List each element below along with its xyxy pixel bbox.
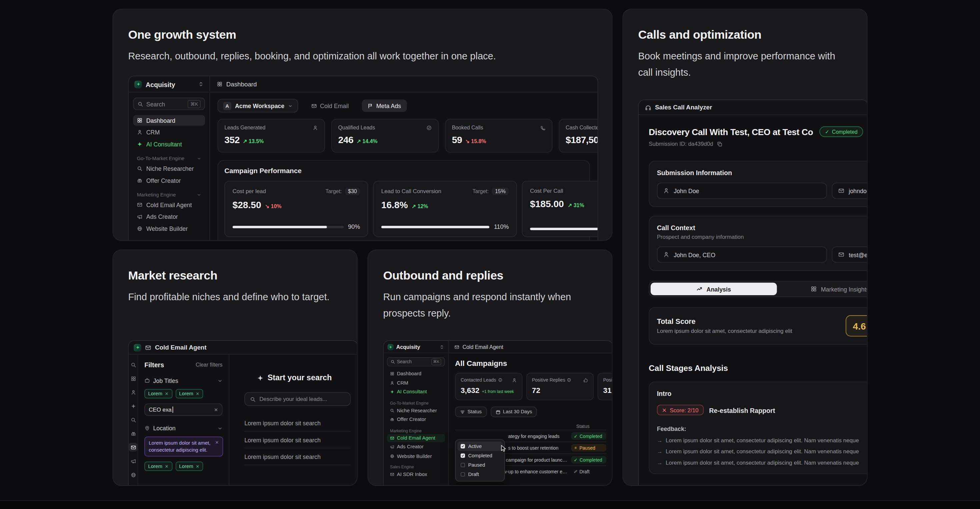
search-input[interactable]: Search ⌘K <box>387 357 445 367</box>
flag-icon <box>368 103 373 109</box>
location-tag[interactable]: Lorem ipsum dolor sit amet, consectetur … <box>144 437 223 457</box>
chevron-down-icon[interactable] <box>197 193 201 197</box>
research-main: Start your search Describe your ideal le… <box>229 354 357 486</box>
filter-tag[interactable]: Lorem✕ <box>144 389 172 398</box>
remove-tag-icon[interactable]: ✕ <box>215 440 219 454</box>
calls-card-title: Calls and optimization <box>638 28 852 42</box>
tab-analysis[interactable]: Analysis <box>651 283 777 295</box>
clear-input-icon[interactable]: ✕ <box>214 407 218 413</box>
remove-tag-icon[interactable]: ✕ <box>165 464 168 469</box>
sidebar-item-ads-creator[interactable]: Ads Creator <box>387 443 445 451</box>
stat-value: 352 <box>224 134 240 145</box>
sidebar-item-niche-researcher[interactable]: Niche Researcher <box>387 406 445 415</box>
location-filter[interactable]: Location <box>144 424 222 432</box>
clear-filters-button[interactable]: Clear filters <box>196 362 223 368</box>
sidebar-item-offer-creator[interactable]: Offer Creator <box>387 415 445 424</box>
chevrons-up-down-icon[interactable] <box>198 81 204 87</box>
intro-stage-card: Intro ✕ Score: 2/10 Re-establish Rapport… <box>649 381 867 474</box>
checkbox-checked[interactable] <box>461 444 465 448</box>
call-title: Discovery Call With Test, CEO at Test Co <box>649 127 813 137</box>
chevron-down-icon[interactable] <box>197 156 201 161</box>
users-icon[interactable] <box>129 388 137 397</box>
sidebar-item-ai-sdr-inbox[interactable]: AI SDR Inbox <box>387 470 445 479</box>
outbound-card: Outbound and replies Run campaigns and r… <box>368 249 612 486</box>
tab-marketing-insights[interactable]: Marketing Insights <box>777 283 868 295</box>
call-context-card: Call Context Prospect and company inform… <box>649 216 867 271</box>
sidebar: Search ⌘K Dashboard CRM AI Consultant Go… <box>129 93 210 241</box>
job-title-input[interactable]: CEO exa ✕ <box>144 403 222 416</box>
remove-tag-icon[interactable]: ✕ <box>196 391 199 396</box>
stat-booked-calls: Booked Calls 59↘ 15.8% <box>445 119 553 152</box>
sparkle-icon <box>257 374 264 381</box>
mail-icon <box>838 252 844 258</box>
dropdown-option-paused[interactable]: Paused <box>458 460 503 470</box>
job-titles-filter[interactable]: Job Titles <box>144 377 222 384</box>
sidebar-item-crm[interactable]: CRM <box>133 127 205 138</box>
tab-meta-ads[interactable]: Meta Ads <box>362 99 407 112</box>
icon-rail <box>129 354 138 486</box>
checkbox-unchecked[interactable] <box>461 463 465 467</box>
growth-card-subtitle: Research, outbound, replies, booking, an… <box>128 48 515 64</box>
mail-icon[interactable] <box>129 443 137 452</box>
sidebar-item-ai-consultant[interactable]: AI Consultant <box>387 388 445 396</box>
sidebar-item-dashboard[interactable]: Dashboard <box>387 370 445 378</box>
saved-search-row[interactable]: Lorem ipsum dolor sit search <box>244 432 351 448</box>
name-field[interactable]: John Doe, CEO <box>657 246 827 263</box>
dropdown-option-active[interactable]: Active <box>458 442 503 451</box>
grid-icon <box>137 118 143 123</box>
sidebar-item-ai-consultant[interactable]: AI Consultant <box>133 139 205 150</box>
stat-value: 59 <box>452 134 462 145</box>
calendar-icon <box>495 409 500 414</box>
filter-tag[interactable]: Lorem✕ <box>175 389 203 398</box>
sparkle-icon[interactable] <box>129 402 137 410</box>
dropdown-option-draft[interactable]: Draft <box>458 470 503 479</box>
filter-tag[interactable]: Lorem✕ <box>175 462 203 471</box>
sidebar-item-cold-email-agent[interactable]: Cold Email Agent <box>387 434 445 442</box>
trend-up-delta: ↗ 14.4% <box>357 138 378 144</box>
checkbox-unchecked[interactable] <box>461 472 465 477</box>
tab-cold-email[interactable]: Cold Email <box>305 99 354 112</box>
chevron-down-icon <box>218 378 223 383</box>
saved-search-row[interactable]: Lorem ipsum dolor sit search <box>244 448 351 465</box>
globe-icon[interactable] <box>129 470 137 479</box>
sidebar-item-website-builder[interactable]: Website Builder <box>387 452 445 460</box>
remove-tag-icon[interactable]: ✕ <box>196 464 199 469</box>
copy-icon[interactable] <box>717 141 723 147</box>
sidebar-item-cold-email-agent[interactable]: Cold Email Agent <box>133 199 205 210</box>
email-field[interactable]: test@example.com <box>832 246 868 263</box>
gift-icon[interactable] <box>129 429 137 438</box>
search-input[interactable]: Search ⌘K <box>133 98 205 110</box>
megaphone-icon[interactable] <box>129 456 137 465</box>
status-filter-button[interactable]: Status <box>455 407 487 417</box>
megaphone-icon <box>390 445 395 449</box>
filter-tag[interactable]: Lorem✕ <box>144 462 172 471</box>
sidebar-item-crm[interactable]: CRM <box>387 378 445 387</box>
name-field[interactable]: John Doe <box>657 183 827 199</box>
saved-search-row[interactable]: Lorem ipsum dolor sit search <box>244 415 351 432</box>
sidebar-item-offer-creator[interactable]: Offer Creator <box>133 175 205 186</box>
search-icon[interactable] <box>129 360 137 369</box>
search-icon[interactable] <box>129 415 137 424</box>
sidebar-item-niche-researcher[interactable]: Niche Researcher <box>133 163 205 174</box>
chevrons-up-down-icon[interactable] <box>439 344 444 349</box>
describe-leads-input[interactable]: Describe your ideal leads... <box>244 392 351 406</box>
trend-up-delta: ↗ 12% <box>412 203 428 209</box>
sidebar-item-website-builder[interactable]: Website Builder <box>133 223 205 234</box>
dropdown-option-completed[interactable]: Completed <box>458 451 503 460</box>
workspace-switcher[interactable]: A Acme Workspace <box>218 99 298 112</box>
headphones-icon <box>645 104 651 110</box>
check-circle-icon <box>426 125 432 131</box>
sidebar: Search ⌘K Dashboard CRM AI Consultant Go… <box>383 353 449 486</box>
email-field[interactable]: johndoe@gmail.com <box>832 183 868 199</box>
megaphone-icon <box>137 214 143 220</box>
date-range-button[interactable]: Last 30 Days <box>490 407 537 417</box>
checkbox-checked[interactable] <box>461 453 465 458</box>
sidebar-item-ads-creator[interactable]: Ads Creator <box>133 211 205 222</box>
search-icon <box>137 166 143 171</box>
stat-value: $187,500 <box>566 134 598 145</box>
sidebar-item-label: Dashboard <box>146 117 175 124</box>
sidebar-item-dashboard[interactable]: Dashboard <box>133 115 205 126</box>
grid-icon[interactable] <box>129 374 137 383</box>
remove-tag-icon[interactable]: ✕ <box>165 391 168 396</box>
stat-cash-collected: Cash Collected $187,500 <box>558 119 598 152</box>
